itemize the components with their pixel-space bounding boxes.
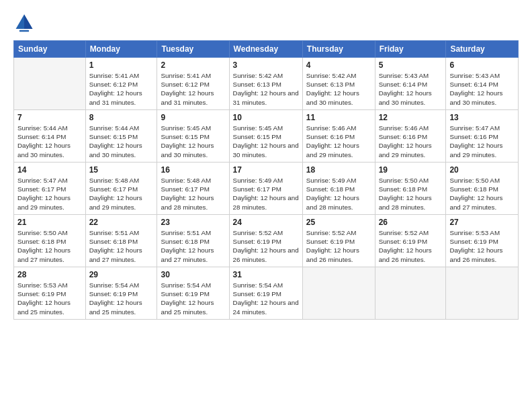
day-number: 22 — [89, 218, 154, 227]
day-number: 28 — [17, 270, 82, 279]
weekday-header-saturday: Saturday — [446, 41, 519, 58]
calendar-cell: 20Sunrise: 5:50 AMSunset: 6:18 PMDayligh… — [446, 163, 519, 215]
day-info: Sunrise: 5:53 AMSunset: 6:19 PMDaylight:… — [17, 281, 82, 316]
calendar-cell: 9Sunrise: 5:45 AMSunset: 6:15 PMDaylight… — [157, 110, 229, 163]
day-number: 29 — [89, 270, 154, 279]
weekday-header-tuesday: Tuesday — [157, 41, 229, 58]
calendar-cell: 6Sunrise: 5:43 AMSunset: 6:14 PMDaylight… — [446, 58, 519, 110]
calendar-cell: 11Sunrise: 5:46 AMSunset: 6:16 PMDayligh… — [302, 110, 375, 163]
week-row-1: 1Sunrise: 5:41 AMSunset: 6:12 PMDaylight… — [14, 58, 519, 110]
calendar-cell: 25Sunrise: 5:52 AMSunset: 6:19 PMDayligh… — [302, 215, 375, 267]
calendar-cell: 31Sunrise: 5:54 AMSunset: 6:19 PMDayligh… — [229, 267, 302, 320]
day-info: Sunrise: 5:52 AMSunset: 6:19 PMDaylight:… — [379, 228, 443, 264]
day-info: Sunrise: 5:44 AMSunset: 6:15 PMDaylight:… — [89, 124, 154, 159]
calendar-cell: 15Sunrise: 5:48 AMSunset: 6:17 PMDayligh… — [85, 163, 157, 215]
day-info: Sunrise: 5:48 AMSunset: 6:17 PMDaylight:… — [161, 176, 225, 212]
calendar-cell: 30Sunrise: 5:54 AMSunset: 6:19 PMDayligh… — [157, 267, 229, 320]
day-number: 14 — [17, 165, 82, 175]
day-number: 9 — [161, 113, 225, 122]
calendar-cell: 2Sunrise: 5:41 AMSunset: 6:12 PMDaylight… — [157, 58, 229, 110]
day-number: 5 — [379, 60, 443, 70]
day-number: 10 — [233, 113, 299, 122]
day-number: 1 — [89, 60, 154, 70]
weekday-header-wednesday: Wednesday — [229, 41, 302, 58]
day-info: Sunrise: 5:52 AMSunset: 6:19 PMDaylight:… — [233, 228, 299, 264]
day-info: Sunrise: 5:49 AMSunset: 6:17 PMDaylight:… — [233, 176, 299, 212]
day-info: Sunrise: 5:41 AMSunset: 6:12 PMDaylight:… — [89, 71, 154, 107]
day-number: 21 — [17, 218, 82, 227]
calendar-cell: 17Sunrise: 5:49 AMSunset: 6:17 PMDayligh… — [229, 163, 302, 215]
day-info: Sunrise: 5:54 AMSunset: 6:19 PMDaylight:… — [161, 281, 225, 316]
day-number: 27 — [449, 218, 515, 227]
day-info: Sunrise: 5:44 AMSunset: 6:14 PMDaylight:… — [17, 124, 82, 159]
calendar-cell: 13Sunrise: 5:47 AMSunset: 6:16 PMDayligh… — [446, 110, 519, 163]
day-info: Sunrise: 5:52 AMSunset: 6:19 PMDaylight:… — [306, 228, 371, 264]
weekday-header-thursday: Thursday — [302, 41, 375, 58]
day-number: 23 — [161, 218, 225, 227]
day-number: 6 — [449, 60, 515, 70]
calendar-cell: 7Sunrise: 5:44 AMSunset: 6:14 PMDaylight… — [14, 110, 86, 163]
calendar-cell: 28Sunrise: 5:53 AMSunset: 6:19 PMDayligh… — [14, 267, 86, 320]
calendar-cell: 22Sunrise: 5:51 AMSunset: 6:18 PMDayligh… — [85, 215, 157, 267]
calendar-table: SundayMondayTuesdayWednesdayThursdayFrid… — [13, 40, 519, 320]
calendar-cell: 3Sunrise: 5:42 AMSunset: 6:13 PMDaylight… — [229, 58, 302, 110]
logo — [13, 12, 38, 34]
day-number: 18 — [306, 165, 371, 175]
calendar-cell — [446, 267, 519, 320]
day-info: Sunrise: 5:51 AMSunset: 6:18 PMDaylight:… — [161, 228, 225, 264]
day-info: Sunrise: 5:42 AMSunset: 6:13 PMDaylight:… — [233, 71, 299, 107]
calendar-cell: 27Sunrise: 5:53 AMSunset: 6:19 PMDayligh… — [446, 215, 519, 267]
day-info: Sunrise: 5:41 AMSunset: 6:12 PMDaylight:… — [161, 71, 225, 107]
calendar-cell: 26Sunrise: 5:52 AMSunset: 6:19 PMDayligh… — [375, 215, 446, 267]
weekday-header-friday: Friday — [375, 41, 446, 58]
day-number: 31 — [233, 270, 299, 279]
calendar-cell: 16Sunrise: 5:48 AMSunset: 6:17 PMDayligh… — [157, 163, 229, 215]
calendar-cell: 23Sunrise: 5:51 AMSunset: 6:18 PMDayligh… — [157, 215, 229, 267]
calendar-cell: 10Sunrise: 5:45 AMSunset: 6:15 PMDayligh… — [229, 110, 302, 163]
day-number: 12 — [379, 113, 443, 122]
logo-icon — [13, 12, 35, 34]
day-number: 24 — [233, 218, 299, 227]
day-info: Sunrise: 5:53 AMSunset: 6:19 PMDaylight:… — [449, 228, 515, 264]
day-number: 4 — [306, 60, 371, 70]
weekday-header-monday: Monday — [85, 41, 157, 58]
week-row-4: 21Sunrise: 5:50 AMSunset: 6:18 PMDayligh… — [14, 215, 519, 267]
day-number: 7 — [17, 113, 82, 122]
day-info: Sunrise: 5:43 AMSunset: 6:14 PMDaylight:… — [379, 71, 443, 107]
day-info: Sunrise: 5:48 AMSunset: 6:17 PMDaylight:… — [89, 176, 154, 212]
calendar-cell: 14Sunrise: 5:47 AMSunset: 6:17 PMDayligh… — [14, 163, 86, 215]
day-number: 8 — [89, 113, 154, 122]
day-number: 30 — [161, 270, 225, 279]
calendar-cell: 1Sunrise: 5:41 AMSunset: 6:12 PMDaylight… — [85, 58, 157, 110]
week-row-5: 28Sunrise: 5:53 AMSunset: 6:19 PMDayligh… — [14, 267, 519, 320]
day-info: Sunrise: 5:47 AMSunset: 6:16 PMDaylight:… — [449, 124, 515, 159]
page-header — [13, 12, 519, 34]
day-number: 25 — [306, 218, 371, 227]
day-number: 16 — [161, 165, 225, 175]
svg-marker-1 — [24, 15, 32, 29]
calendar-cell: 4Sunrise: 5:42 AMSunset: 6:13 PMDaylight… — [302, 58, 375, 110]
calendar-page: SundayMondayTuesdayWednesdayThursdayFrid… — [0, 0, 532, 411]
calendar-cell: 21Sunrise: 5:50 AMSunset: 6:18 PMDayligh… — [14, 215, 86, 267]
day-info: Sunrise: 5:43 AMSunset: 6:14 PMDaylight:… — [449, 71, 515, 107]
calendar-cell — [302, 267, 375, 320]
day-number: 3 — [233, 60, 299, 70]
day-info: Sunrise: 5:46 AMSunset: 6:16 PMDaylight:… — [379, 124, 443, 159]
day-info: Sunrise: 5:45 AMSunset: 6:15 PMDaylight:… — [233, 124, 299, 159]
calendar-cell — [375, 267, 446, 320]
day-number: 2 — [161, 60, 225, 70]
day-info: Sunrise: 5:51 AMSunset: 6:18 PMDaylight:… — [89, 228, 154, 264]
day-info: Sunrise: 5:42 AMSunset: 6:13 PMDaylight:… — [306, 71, 371, 107]
day-number: 20 — [449, 165, 515, 175]
calendar-cell: 29Sunrise: 5:54 AMSunset: 6:19 PMDayligh… — [85, 267, 157, 320]
calendar-cell: 18Sunrise: 5:49 AMSunset: 6:18 PMDayligh… — [302, 163, 375, 215]
day-number: 17 — [233, 165, 299, 175]
calendar-cell: 12Sunrise: 5:46 AMSunset: 6:16 PMDayligh… — [375, 110, 446, 163]
calendar-cell: 5Sunrise: 5:43 AMSunset: 6:14 PMDaylight… — [375, 58, 446, 110]
week-row-2: 7Sunrise: 5:44 AMSunset: 6:14 PMDaylight… — [14, 110, 519, 163]
day-info: Sunrise: 5:47 AMSunset: 6:17 PMDaylight:… — [17, 176, 82, 212]
day-number: 26 — [379, 218, 443, 227]
day-number: 15 — [89, 165, 154, 175]
day-info: Sunrise: 5:49 AMSunset: 6:18 PMDaylight:… — [306, 176, 371, 212]
day-info: Sunrise: 5:54 AMSunset: 6:19 PMDaylight:… — [233, 281, 299, 316]
